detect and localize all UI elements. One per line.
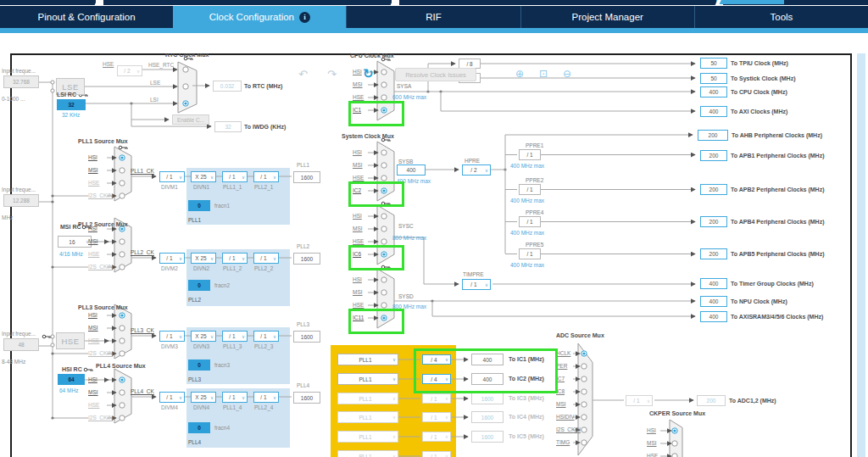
- ic1-source-dropdown[interactable]: PLL1∨: [337, 354, 398, 365]
- tab-project-manager[interactable]: Project Manager: [520, 6, 694, 28]
- mux-input-hsi[interactable]: HSI: [88, 154, 97, 160]
- input-frequency-field[interactable]: 12.288: [3, 194, 39, 207]
- ic4-divider-dropdown[interactable]: / 1∨: [422, 412, 451, 422]
- enable-css-button[interactable]: Enable C...: [172, 114, 209, 125]
- timpre-dropdown[interactable]: / 1∨: [462, 279, 491, 290]
- pll-output-frequency[interactable]: 1600: [293, 392, 320, 404]
- sys-mux-input-ic2[interactable]: IC2: [353, 187, 361, 193]
- sys-mux-input-msi[interactable]: MSI: [353, 226, 363, 231]
- msi-rc-dropdown[interactable]: 16∨: [58, 236, 92, 248]
- pll-output-frequency[interactable]: 1600: [293, 253, 320, 265]
- ckper-mux-input-hsi[interactable]: HSI: [647, 427, 656, 433]
- ckper-mux-input-msi[interactable]: MSI: [647, 440, 657, 446]
- input-frequency-field[interactable]: 32.768: [3, 75, 39, 88]
- output-frequency-box[interactable]: 400: [700, 296, 727, 307]
- ic2-source-dropdown[interactable]: PLL1∨: [337, 373, 398, 385]
- adc-mux-input-ic8[interactable]: IC8: [556, 388, 565, 394]
- divm3-dropdown[interactable]: / 1∨: [159, 331, 185, 342]
- divn1-dropdown[interactable]: X 25∨: [191, 171, 216, 182]
- ic2-frequency-box[interactable]: 400: [471, 373, 504, 385]
- adc-mux-input-hsidiv[interactable]: HSIDIV: [556, 414, 575, 420]
- ppre-divider-box[interactable]: / 1: [519, 184, 541, 195]
- adc-mux-input-hclk[interactable]: HCLK: [556, 350, 570, 356]
- mux-input-hse[interactable]: HSE: [88, 402, 99, 408]
- divn3-dropdown[interactable]: X 25∨: [191, 331, 216, 342]
- reset-clock-icon[interactable]: ↻: [363, 67, 374, 80]
- adc-mux-input-per[interactable]: PER: [556, 363, 567, 369]
- mux-input-msi[interactable]: MSI: [88, 167, 98, 173]
- pll1-p1-dropdown[interactable]: / 1∨: [222, 171, 248, 182]
- mux-input-msi[interactable]: MSI: [88, 238, 98, 244]
- cpu-mux-input-hsi[interactable]: HSI: [353, 69, 362, 75]
- adc-mux-input-msi[interactable]: MSI: [556, 401, 566, 407]
- mux-input-hsi[interactable]: HSI: [88, 226, 97, 231]
- output-frequency-box[interactable]: 400: [700, 86, 727, 98]
- output-frequency-box[interactable]: 400: [700, 278, 727, 289]
- ic1-frequency-box[interactable]: 400: [471, 354, 504, 365]
- scrollbar-bar[interactable]: [857, 33, 865, 457]
- ic6-divider-dropdown[interactable]: / 1∨: [422, 451, 451, 457]
- ic5-divider-dropdown[interactable]: / 1∨: [422, 432, 451, 442]
- info-icon[interactable]: i: [299, 12, 310, 23]
- divm1-dropdown[interactable]: / 1∨: [159, 171, 185, 182]
- pll2-p1-dropdown[interactable]: / 1∨: [222, 253, 248, 264]
- mux-input-hse[interactable]: HSE: [88, 251, 99, 257]
- sys-mux-input-hse[interactable]: HSE: [353, 302, 364, 308]
- sys-mux-input-hsi[interactable]: HSI: [353, 213, 362, 219]
- tab-clock-configuration[interactable]: Clock Configurationi: [173, 6, 346, 28]
- undo-icon[interactable]: ↶: [298, 69, 308, 80]
- fit-screen-icon[interactable]: ⊡: [539, 69, 548, 79]
- output-frequency-box[interactable]: 200: [698, 130, 728, 141]
- sys-mux-input-msi[interactable]: MSI: [353, 162, 363, 168]
- adc-divider-dropdown[interactable]: / 1∨: [626, 395, 653, 406]
- sysb-frequency-box[interactable]: 400: [397, 164, 426, 176]
- hsi-rc-value[interactable]: 64: [58, 374, 85, 385]
- redo-icon[interactable]: ↷: [327, 69, 337, 80]
- fracn4-value[interactable]: 0: [188, 422, 210, 433]
- tab-pinout-configuration[interactable]: Pinout & Configuration: [0, 6, 173, 28]
- pll2-p2-dropdown[interactable]: / 1∨: [253, 253, 279, 264]
- ppre-divider-box[interactable]: / 1: [519, 216, 541, 227]
- zoom-in-icon[interactable]: ⊕: [515, 69, 524, 79]
- output-frequency-box[interactable]: 50: [700, 73, 727, 84]
- adc-mux-input-i2s_ckin[interactable]: I2S_CKIN: [556, 426, 581, 432]
- zoom-out-icon[interactable]: ⊖: [563, 69, 571, 79]
- ic4-source-dropdown[interactable]: PLL1∨: [337, 411, 398, 423]
- output-frequency-box[interactable]: 400: [700, 311, 727, 322]
- sys-mux-input-hse[interactable]: HSE: [353, 175, 364, 181]
- cpu-mux-input-hse[interactable]: HSE: [353, 94, 364, 100]
- adc-mux-input-ic7[interactable]: IC7: [556, 376, 565, 382]
- mux-input-msi[interactable]: MSI: [88, 325, 98, 331]
- input-frequency-field[interactable]: 48: [3, 338, 39, 351]
- pll4-p1-dropdown[interactable]: / 1∨: [222, 392, 248, 403]
- hse-rtc-divider-dropdown[interactable]: / 2∨: [117, 65, 142, 76]
- mux-input-i2s_ckin[interactable]: I2S_CKIN: [88, 415, 113, 421]
- divn2-dropdown[interactable]: X 25∨: [191, 253, 216, 264]
- ic5-source-dropdown[interactable]: PLL1∨: [337, 431, 398, 443]
- tab-tools[interactable]: Tools: [694, 6, 868, 28]
- fracn2-value[interactable]: 0: [188, 280, 210, 291]
- mux-input-hsi[interactable]: HSI: [88, 312, 97, 318]
- ppre-divider-box[interactable]: / 1: [519, 149, 541, 160]
- output-frequency-box[interactable]: 50: [700, 58, 727, 69]
- pll3-p2-dropdown[interactable]: / 1∨: [253, 331, 279, 342]
- output-frequency-box[interactable]: 200: [700, 150, 727, 161]
- pll1-p2-dropdown[interactable]: / 1∨: [253, 171, 279, 182]
- mux-input-hse[interactable]: HSE: [88, 180, 99, 186]
- tab-rif[interactable]: RIF: [346, 6, 520, 28]
- hse-label[interactable]: HSE: [103, 61, 114, 67]
- output-frequency-box[interactable]: 400: [700, 106, 727, 117]
- adc-mux-input-timg[interactable]: TIMG: [556, 439, 570, 445]
- scrollbar-track[interactable]: [854, 33, 868, 457]
- divm2-dropdown[interactable]: / 1∨: [159, 253, 185, 264]
- fracn1-value[interactable]: 0: [188, 200, 210, 211]
- hpre-dropdown[interactable]: / 2∨: [462, 164, 491, 176]
- lsi-rc-value[interactable]: 32: [57, 99, 86, 110]
- fracn3-value[interactable]: 0: [188, 359, 210, 371]
- ic1-divider-dropdown[interactable]: / 4∨: [422, 354, 451, 365]
- ic6-source-dropdown[interactable]: PLL1∨: [337, 450, 398, 457]
- mux-input-hsi[interactable]: HSI: [88, 376, 97, 382]
- mux-input-msi[interactable]: MSI: [88, 389, 98, 395]
- output-frequency-box[interactable]: 200: [700, 216, 727, 227]
- sys-mux-input-hsi[interactable]: HSI: [353, 276, 362, 282]
